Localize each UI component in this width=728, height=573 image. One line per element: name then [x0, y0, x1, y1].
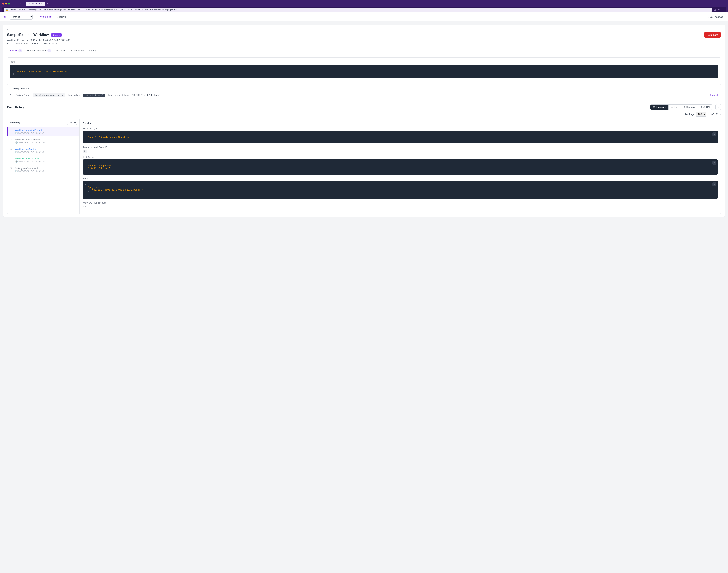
tq-close: } — [85, 170, 715, 172]
nav-item-archival[interactable]: Archival — [55, 12, 69, 21]
wf-type-name: "name": "SampleExpenseWorkflow" — [85, 136, 715, 139]
event-num-4: 4 — [10, 157, 13, 160]
namespace-select[interactable]: default — [10, 14, 33, 19]
json-icon: {} — [701, 106, 702, 108]
task-queue-label: Task Queue — [83, 156, 718, 158]
event-item-5[interactable]: 5 ActivityTaskScheduled 🕐 2022-03-24 UTC… — [7, 165, 80, 174]
back-browser-button[interactable]: ‹ — [13, 2, 15, 5]
tab-history[interactable]: History 5 — [7, 47, 25, 54]
tab-stack-trace[interactable]: Stack Trace — [68, 47, 87, 54]
pagination-row: Per Page 100 ‹ 1–5 of 5 › — [7, 112, 721, 117]
event-num-5: 5 — [10, 167, 13, 169]
wf-type-close: } — [85, 139, 715, 141]
bookmark-icon[interactable]: ★ — [718, 8, 720, 11]
event-info-4: WorkflowTaskCompleted 🕐 2022-03-24 UTC 1… — [15, 157, 77, 163]
app-header: ⊕ default Workflows Archival Give Feedba… — [0, 12, 728, 21]
input-detail-row: Input ⧉ { "payloads": [ "0692ba14-6c0b-4… — [83, 177, 718, 199]
tab-query[interactable]: Query — [87, 47, 98, 54]
tab-pending-activities[interactable]: Pending Activities 1 — [25, 47, 54, 54]
tab-close-button[interactable]: ✕ — [41, 3, 42, 5]
task-queue-code: ⧉ { "name": "expense", "kind": "Normal" … — [83, 159, 718, 175]
pending-activity-row: 5 Activity Name CreateExpenseActivity La… — [10, 92, 718, 98]
feedback-button[interactable]: Give Feedback — [708, 15, 724, 18]
event-name-3: WorkflowTaskStarted — [15, 148, 77, 151]
event-info-1: WorkflowExecutionStarted 🕐 2022-03-24 UT… — [15, 129, 77, 134]
new-tab-button[interactable]: + — [46, 2, 49, 6]
download-button[interactable]: ↓ — [716, 104, 721, 110]
url-display: http://localhost:3000/namespaces/default… — [9, 9, 177, 11]
next-page-button[interactable]: › — [720, 113, 721, 116]
view-summary-button[interactable]: ▦ Summary — [650, 105, 669, 110]
event-name-5: ActivityTaskScheduled — [15, 167, 77, 169]
input-payloads-label: "payloads": [ — [88, 186, 106, 189]
workflow-type-code: ⧉ { "name": "SampleExpenseWorkflow" } — [83, 131, 718, 144]
nav-item-workflows[interactable]: Workflows — [37, 12, 55, 21]
event-num-1: 1 — [10, 129, 13, 131]
tq-open: { — [85, 162, 715, 164]
view-json-button[interactable]: {} JSON — [698, 105, 712, 110]
event-name-4: WorkflowTaskCompleted — [15, 157, 77, 160]
minimize-traffic-light[interactable] — [5, 3, 7, 5]
close-traffic-light[interactable] — [2, 3, 4, 5]
per-page-label: Per Page — [685, 113, 694, 116]
input-value-display: "0692ba14-6c0b-4c70-9f0c-029387bd86ff" — [91, 189, 143, 191]
copy-input-button[interactable]: ⧉ — [712, 183, 716, 186]
view-buttons: ▦ Summary ☰ Full ⊞ Compact {} JSON — [650, 104, 713, 110]
workflow-task-timeout-label: Workflow Task Timeout — [83, 202, 718, 204]
pending-activities-section: Pending Activities 5 Activity Name Creat… — [7, 84, 721, 101]
event-item-3[interactable]: 3 WorkflowTaskStarted 🕐 2022-03-24 UTC 1… — [7, 146, 80, 155]
input-detail-code: ⧉ { "payloads": [ "0692ba14-6c0b-4c70-9f… — [83, 181, 718, 199]
reader-mode-icon[interactable]: ⊞ — [714, 8, 716, 11]
browser-tab-bar: ⊛ Temporal ✕ + — [26, 2, 726, 6]
show-all-link[interactable]: Show all — [710, 94, 718, 97]
event-num-3: 3 — [10, 148, 13, 150]
view-compact-button[interactable]: ⊞ Compact — [681, 105, 698, 110]
tab-workers[interactable]: Workers — [54, 47, 68, 54]
event-time-5: 🕐 2022-03-24 UTC 19:39:25.02 — [15, 170, 77, 172]
tab-title: Temporal — [31, 2, 40, 5]
back-icon: ‹ — [7, 28, 8, 31]
event-item-1[interactable]: 1 WorkflowExecutionStarted 🕐 2022-03-24 … — [7, 127, 80, 137]
refresh-browser-button[interactable]: ↻ — [19, 2, 22, 5]
back-button[interactable]: ‹ — [7, 28, 8, 31]
event-time-3: 🕐 2022-03-24 UTC 19:39:25.01 — [15, 151, 77, 153]
activity-name-value: CreateExpenseActivity — [33, 93, 65, 97]
event-filter-select[interactable]: All — [67, 121, 77, 125]
terminate-button[interactable]: Terminate — [704, 32, 721, 38]
event-info-3: WorkflowTaskStarted 🕐 2022-03-24 UTC 19:… — [15, 148, 77, 153]
app-nav: Workflows Archival — [37, 12, 69, 21]
details-panel-title: Details — [83, 122, 718, 124]
browser-nav: ‹ › ↻ — [13, 2, 22, 5]
run-id-row: Run ID 0bbe4072-9631-4c3c-930c-b46f8ba16… — [7, 42, 721, 45]
summary-icon: ▦ — [653, 106, 655, 108]
pending-activities-title: Pending Activities — [10, 87, 718, 90]
history-badge: 5 — [18, 49, 22, 52]
settings-icon[interactable]: ⋯ — [722, 8, 724, 11]
forward-browser-button[interactable]: › — [16, 2, 18, 5]
input-value-line: "0692ba14-6c0b-4c70-9f0c-029387bd86ff" — [85, 189, 715, 191]
per-page-select[interactable]: 100 — [696, 112, 706, 117]
prev-page-button[interactable]: ‹ — [708, 113, 709, 116]
activity-name-label: Activity Name — [16, 94, 30, 97]
pending-item-num: 5 — [10, 94, 13, 97]
address-bar-row: 🔒 http://localhost:3000/namespaces/defau… — [2, 7, 726, 12]
details-panel: Details Workflow Type ⧉ { "name": "Sampl… — [80, 119, 721, 214]
input-payloads: "payloads": [ — [85, 186, 715, 189]
event-split-panel: Summary All 1 WorkflowExecutionStarted 🕐 — [7, 118, 721, 214]
address-bar[interactable]: 🔒 http://localhost:3000/namespaces/defau… — [4, 8, 712, 12]
event-time-2: 🕐 2022-03-24 UTC 19:39:24.99 — [15, 141, 77, 144]
workflow-id-row: Workflow ID expense_0692ba14-6c0b-4c70-9… — [7, 39, 721, 42]
maximize-traffic-light[interactable] — [8, 3, 10, 5]
clock-icon-1: 🕐 — [15, 132, 18, 134]
browser-tab[interactable]: ⊛ Temporal ✕ — [26, 2, 45, 6]
compact-icon: ⊞ — [683, 106, 685, 108]
parent-event-id-value: 0 — [83, 150, 87, 153]
event-item-4[interactable]: 4 WorkflowTaskCompleted 🕐 2022-03-24 UTC… — [7, 155, 80, 165]
copy-task-queue-button[interactable]: ⧉ — [712, 161, 716, 165]
code-line-3: ] — [12, 73, 716, 76]
event-item-2[interactable]: 2 WorkflowTaskScheduled 🕐 2022-03-24 UTC… — [7, 137, 80, 146]
event-info-2: WorkflowTaskScheduled 🕐 2022-03-24 UTC 1… — [15, 138, 77, 144]
view-full-button[interactable]: ☰ Full — [669, 105, 681, 110]
copy-workflow-type-button[interactable]: ⧉ — [712, 133, 716, 136]
tq-name-value: "name": "expense" — [88, 164, 111, 167]
